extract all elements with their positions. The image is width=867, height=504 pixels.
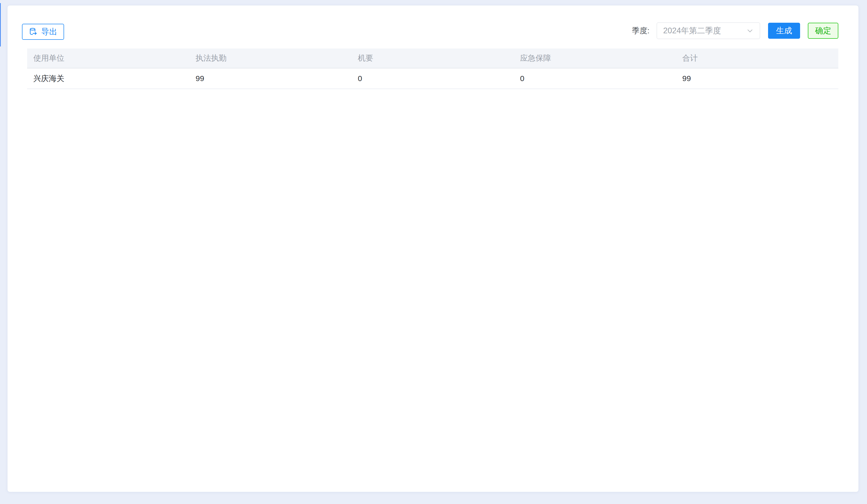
column-header-total: 合计 xyxy=(676,48,838,68)
column-header-confidential: 机要 xyxy=(352,48,514,68)
database-export-icon xyxy=(29,28,38,36)
quarter-controls: 季度: 2024年第二季度 生成 确定 xyxy=(632,22,838,39)
cell-emergency: 0 xyxy=(514,68,676,89)
export-button-label: 导出 xyxy=(41,26,57,37)
content-card: 导出 季度: 2024年第二季度 生成 确定 使用单位 执法执勤 机要 应急保障… xyxy=(7,5,859,492)
generate-button-label: 生成 xyxy=(776,25,792,36)
quarter-select-value: 2024年第二季度 xyxy=(663,25,743,36)
cell-total: 99 xyxy=(676,68,838,89)
column-header-emergency: 应急保障 xyxy=(514,48,676,68)
cell-unit: 兴庆海关 xyxy=(27,68,189,89)
confirm-button[interactable]: 确定 xyxy=(808,23,838,39)
column-header-unit: 使用单位 xyxy=(27,48,189,68)
table-header-row: 使用单位 执法执勤 机要 应急保障 合计 xyxy=(27,48,838,68)
usage-table: 使用单位 执法执勤 机要 应急保障 合计 兴庆海关 99 0 0 99 xyxy=(27,48,838,89)
quarter-label: 季度: xyxy=(632,25,650,36)
cell-confidential: 0 xyxy=(352,68,514,89)
generate-button[interactable]: 生成 xyxy=(768,23,800,39)
export-button[interactable]: 导出 xyxy=(22,24,64,40)
confirm-button-label: 确定 xyxy=(815,25,831,36)
quarter-select[interactable]: 2024年第二季度 xyxy=(657,22,760,39)
table-row[interactable]: 兴庆海关 99 0 0 99 xyxy=(27,68,838,89)
column-header-enforcement: 执法执勤 xyxy=(189,48,352,68)
cell-enforcement: 99 xyxy=(189,68,352,89)
chevron-down-icon xyxy=(746,27,753,34)
left-edge-accent xyxy=(0,3,1,46)
